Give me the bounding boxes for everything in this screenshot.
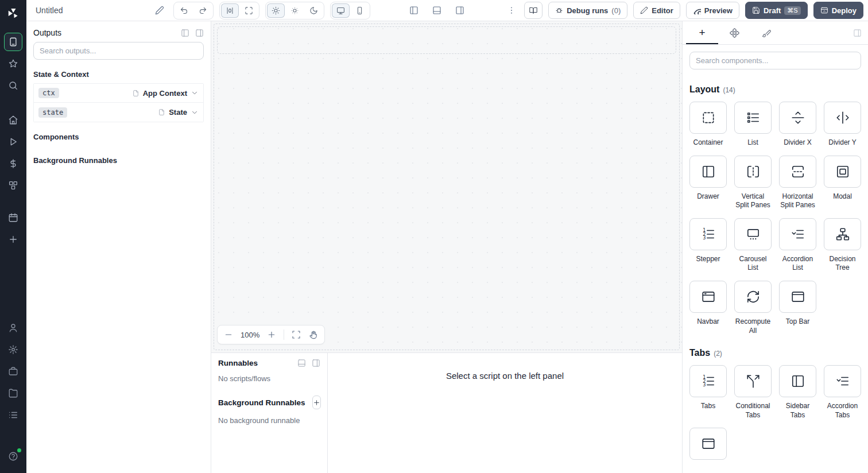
component-card-stepper[interactable]: Stepper <box>689 218 727 273</box>
component-card-label: Accordion Tabs <box>824 402 861 420</box>
component-card-carousel-list[interactable]: Carousel List <box>734 218 772 273</box>
rail-runs-button[interactable] <box>4 133 22 151</box>
debug-runs-button[interactable]: Debug runs (0) <box>548 2 627 19</box>
output-row-state[interactable]: state State <box>34 103 203 122</box>
edit-title-button[interactable] <box>152 2 168 18</box>
rail-search-button[interactable] <box>4 76 22 95</box>
component-card-label: Top Bar <box>786 317 809 327</box>
component-card-partial[interactable] <box>689 428 727 464</box>
component-card-vertical-split-panes[interactable]: Vertical Split Panes <box>734 156 772 210</box>
plus-tab-label: + <box>699 26 705 39</box>
zoom-out-button[interactable] <box>221 327 236 342</box>
component-card-label: Accordion List <box>779 255 816 273</box>
toggle-bottom-panel-button[interactable] <box>429 2 445 18</box>
rail-favorites-button[interactable] <box>4 55 22 73</box>
windmill-logo-icon[interactable] <box>5 5 22 22</box>
dock-panel-right-icon[interactable] <box>195 29 204 37</box>
hand-icon <box>309 330 318 339</box>
undo-redo-group <box>173 2 214 20</box>
rail-account-button[interactable] <box>4 319 22 337</box>
decision-tree-icon <box>835 227 850 242</box>
rail-folders-button[interactable] <box>4 384 22 402</box>
width-constraint-button[interactable] <box>221 3 239 18</box>
deploy-button[interactable]: Deploy <box>813 2 863 19</box>
canvas-drop-zone[interactable] <box>217 26 676 54</box>
search-outputs-input[interactable] <box>33 42 204 60</box>
fullscreen-icon <box>292 330 301 339</box>
more-menu-button[interactable] <box>505 2 518 18</box>
add-background-runnable-button[interactable] <box>312 396 321 409</box>
component-card-recompute-all[interactable]: Recompute All <box>734 281 772 335</box>
dock-panel-right-icon[interactable] <box>312 359 320 367</box>
pan-mode-button[interactable] <box>306 327 321 342</box>
editor-button[interactable]: Editor <box>633 2 680 19</box>
toggle-right-panel-button[interactable] <box>452 2 468 18</box>
rail-logs-button[interactable] <box>4 406 22 424</box>
theme-dim-button[interactable] <box>286 3 304 18</box>
undo-button[interactable] <box>175 3 193 18</box>
chevron-down-icon[interactable] <box>191 89 199 97</box>
dock-panel-left-icon[interactable] <box>181 29 189 37</box>
zoom-in-button[interactable] <box>264 327 279 342</box>
briefcase-icon <box>8 366 18 377</box>
app-canvas[interactable]: 100% <box>211 21 682 352</box>
theme-dark-button[interactable] <box>305 3 323 18</box>
modal-icon <box>835 164 850 179</box>
component-card-navbar[interactable]: Navbar <box>689 281 727 335</box>
fit-view-button[interactable] <box>289 327 304 342</box>
collapse-right-panel-icon[interactable] <box>850 25 865 40</box>
component-card-accordion-list[interactable]: Accordion List <box>779 218 816 273</box>
component-card-divider-x[interactable]: Divider X <box>779 102 816 148</box>
rail-add-button[interactable] <box>4 230 22 249</box>
component-card-drawer[interactable]: Drawer <box>689 156 727 210</box>
component-card-tabs[interactable]: Tabs <box>689 365 727 420</box>
chevron-down-icon[interactable] <box>191 108 199 117</box>
toggle-left-panel-button[interactable] <box>406 2 422 18</box>
redo-button[interactable] <box>194 3 212 18</box>
docs-button[interactable] <box>524 2 542 19</box>
component-card-divider-y[interactable]: Divider Y <box>824 102 861 148</box>
rail-settings-button[interactable] <box>4 340 22 359</box>
component-card-modal[interactable]: Modal <box>824 156 861 210</box>
component-card-list[interactable]: List <box>734 102 772 148</box>
components-list: Layout (14) Container List <box>683 76 868 473</box>
bug-icon <box>555 6 563 14</box>
rail-app-editor-button[interactable] <box>4 33 22 51</box>
undo-icon <box>180 6 188 15</box>
component-card-label: Divider X <box>784 138 812 148</box>
draft-button[interactable]: Draft ⌘S <box>745 2 808 19</box>
rail-variables-button[interactable] <box>4 154 22 173</box>
canvas-size-group <box>219 2 259 20</box>
monitor-icon <box>336 6 345 15</box>
preview-button[interactable]: Preview <box>686 2 739 19</box>
state-context-header: State & Context <box>33 70 204 79</box>
state-context-rows: ctx App Context state State <box>33 83 204 122</box>
dock-panel-bottom-icon[interactable] <box>297 359 306 367</box>
desktop-view-button[interactable] <box>332 3 350 18</box>
component-card-horizontal-split-panes[interactable]: Horizontal Split Panes <box>779 156 816 210</box>
stepper-icon <box>701 227 716 242</box>
tab-component-settings[interactable] <box>718 21 750 44</box>
components-panel-tabs: + <box>683 21 868 45</box>
component-card-top-bar[interactable]: Top Bar <box>779 281 816 335</box>
rail-schedules-button[interactable] <box>4 208 22 227</box>
component-card-accordion-tabs[interactable]: Accordion Tabs <box>824 365 861 420</box>
rail-home-button[interactable] <box>4 111 22 129</box>
tab-insert-component[interactable]: + <box>686 21 718 44</box>
search-components-input[interactable] <box>689 52 861 69</box>
outputs-panel: Outputs State & Context ctx App Cont <box>26 21 211 473</box>
rail-help-button[interactable] <box>4 447 22 466</box>
tab-styling[interactable] <box>750 21 782 44</box>
select-script-hint: Select a script on the left panel <box>446 371 564 381</box>
component-card-label: Carousel List <box>734 255 772 273</box>
mobile-view-button[interactable] <box>351 3 369 18</box>
expand-canvas-button[interactable] <box>240 3 258 18</box>
rail-resources-button[interactable] <box>4 176 22 195</box>
component-card-decision-tree[interactable]: Decision Tree <box>824 218 861 273</box>
component-card-conditional-tabs[interactable]: Conditional Tabs <box>734 365 772 420</box>
component-card-sidebar-tabs[interactable]: Sidebar Tabs <box>779 365 816 420</box>
rail-workers-button[interactable] <box>4 362 22 381</box>
component-card-container[interactable]: Container <box>689 102 727 148</box>
output-row-ctx[interactable]: ctx App Context <box>34 84 203 103</box>
theme-light-button[interactable] <box>267 3 285 18</box>
